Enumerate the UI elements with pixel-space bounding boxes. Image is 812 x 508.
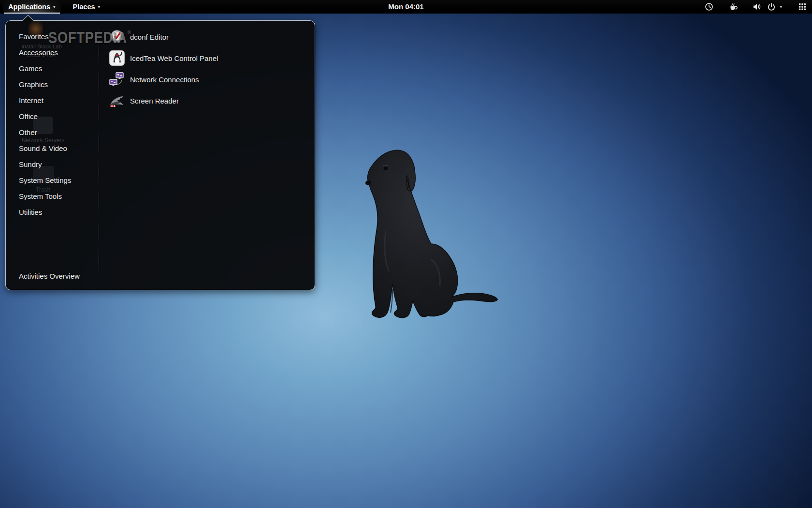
app-item-screen-reader[interactable]: Screen Reader bbox=[98, 90, 310, 111]
category-graphics[interactable]: Graphics bbox=[6, 76, 92, 92]
dconf-editor-icon bbox=[109, 29, 125, 45]
top-bar: Applications ▾ Places ▾ Mon 04:01 bbox=[0, 0, 812, 14]
black-lab-mascot bbox=[358, 144, 503, 322]
apps-grid-icon[interactable] bbox=[798, 3, 806, 11]
chevron-down-icon: ▾ bbox=[98, 4, 101, 9]
applications-label: Applications bbox=[8, 3, 50, 11]
category-system-settings[interactable]: System Settings bbox=[6, 172, 92, 188]
icedtea-duke-icon bbox=[109, 50, 125, 66]
category-favorites[interactable]: Favorites bbox=[6, 29, 92, 45]
category-utilities[interactable]: Utilities bbox=[6, 204, 92, 220]
network-connections-icon bbox=[109, 71, 125, 88]
top-bar-right: ▾ bbox=[705, 0, 812, 14]
category-office[interactable]: Office bbox=[6, 108, 92, 124]
activities-overview-button[interactable]: Activities Overview bbox=[19, 270, 80, 282]
applications-menu-button[interactable]: Applications ▾ bbox=[3, 0, 61, 14]
clock-icon[interactable] bbox=[705, 2, 713, 11]
applications-menu-popup: Install Black Lab Linux 14.04 Network Se… bbox=[5, 20, 315, 290]
app-label: dconf Editor bbox=[130, 33, 169, 41]
places-menu-button[interactable]: Places ▾ bbox=[68, 0, 106, 14]
category-games[interactable]: Games bbox=[6, 60, 92, 76]
category-list: Favorites Accessories Games Graphics Int… bbox=[6, 29, 92, 220]
screen-reader-icon bbox=[109, 92, 125, 109]
app-list: dconf Editor IcedTea Web Control Panel bbox=[98, 26, 310, 111]
dropdown-caret[interactable]: ▾ bbox=[780, 4, 782, 9]
app-item-network-connections[interactable]: Network Connections bbox=[98, 69, 310, 90]
chevron-down-icon: ▾ bbox=[53, 4, 56, 9]
category-sundry[interactable]: Sundry bbox=[6, 156, 92, 172]
top-bar-left: Applications ▾ Places ▾ bbox=[3, 0, 105, 14]
app-label: Network Connections bbox=[130, 75, 199, 84]
app-item-icedtea-web-control-panel[interactable]: IcedTea Web Control Panel bbox=[98, 47, 310, 69]
category-internet[interactable]: Internet bbox=[6, 92, 92, 108]
volume-icon[interactable] bbox=[753, 2, 761, 11]
category-system-tools[interactable]: System Tools bbox=[6, 188, 92, 204]
app-item-dconf-editor[interactable]: dconf Editor bbox=[98, 26, 310, 47]
coffee-icon[interactable] bbox=[729, 2, 738, 11]
app-label: Screen Reader bbox=[130, 97, 179, 105]
category-other[interactable]: Other bbox=[6, 124, 92, 140]
places-label: Places bbox=[73, 3, 95, 11]
power-icon[interactable] bbox=[767, 2, 776, 11]
category-accessories[interactable]: Accessories bbox=[6, 45, 92, 60]
app-label: IcedTea Web Control Panel bbox=[130, 54, 218, 62]
category-sound-video[interactable]: Sound & Video bbox=[6, 140, 92, 156]
clock[interactable]: Mon 04:01 bbox=[388, 0, 423, 14]
